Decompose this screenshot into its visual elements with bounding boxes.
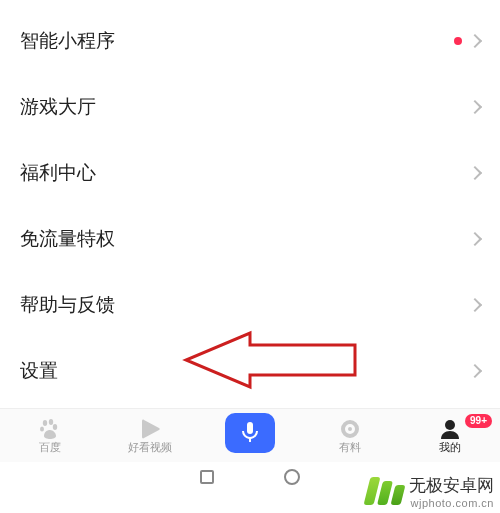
list-item-help-feedback[interactable]: 帮助与反馈 <box>20 272 480 338</box>
watermark-title: 无极安卓网 <box>409 474 494 497</box>
list-item-right <box>470 234 480 244</box>
tab-label: 我的 <box>439 442 461 453</box>
list-item-right <box>470 102 480 112</box>
svg-rect-4 <box>247 422 253 434</box>
bottom-tabbar: 百度 好看视频 有料 99+ 我的 <box>0 408 500 462</box>
list-item-right <box>470 168 480 178</box>
svg-point-6 <box>445 420 455 430</box>
svg-point-1 <box>49 419 53 425</box>
notification-dot-icon <box>454 37 462 45</box>
badge-count: 99+ <box>465 414 492 428</box>
tab-label: 好看视频 <box>128 442 172 453</box>
watermark: 无极安卓网 wjphoto.com.cn <box>367 473 494 509</box>
tab-voice-search[interactable] <box>200 419 300 453</box>
paw-icon <box>38 418 62 440</box>
play-icon <box>138 418 162 440</box>
list-item-label: 福利中心 <box>20 160 96 186</box>
mic-button[interactable] <box>225 413 275 453</box>
svg-point-5 <box>348 427 352 431</box>
person-icon <box>438 418 462 440</box>
tab-baidu[interactable]: 百度 <box>0 418 100 453</box>
list-item-settings[interactable]: 设置 <box>20 338 480 404</box>
tab-wode[interactable]: 99+ 我的 <box>400 418 500 453</box>
list-item-right <box>454 36 480 46</box>
list-item-label: 免流量特权 <box>20 226 115 252</box>
svg-point-0 <box>43 420 47 426</box>
tab-haokan[interactable]: 好看视频 <box>100 418 200 453</box>
svg-point-3 <box>53 424 57 430</box>
list-item-label: 游戏大厅 <box>20 94 96 120</box>
list-item-label: 帮助与反馈 <box>20 292 115 318</box>
list-item-game-center[interactable]: 游戏大厅 <box>20 74 480 140</box>
chevron-right-icon <box>468 166 482 180</box>
chevron-right-icon <box>468 232 482 246</box>
list-item-right <box>470 366 480 376</box>
chevron-right-icon <box>468 34 482 48</box>
chevron-right-icon <box>468 364 482 378</box>
chevron-right-icon <box>468 100 482 114</box>
tab-youliao[interactable]: 有料 <box>300 418 400 453</box>
list-item-label: 智能小程序 <box>20 28 115 54</box>
tab-label: 有料 <box>339 442 361 453</box>
watermark-logo-icon <box>367 473 403 509</box>
watermark-url: wjphoto.com.cn <box>409 497 494 509</box>
system-home-icon[interactable] <box>284 469 300 485</box>
list-item-right <box>470 300 480 310</box>
list-item-welfare-center[interactable]: 福利中心 <box>20 140 480 206</box>
svg-point-2 <box>40 426 44 431</box>
chevron-right-icon <box>468 298 482 312</box>
list-item-smart-miniapp[interactable]: 智能小程序 <box>20 8 480 74</box>
tab-label: 百度 <box>39 442 61 453</box>
system-recent-icon[interactable] <box>200 470 214 484</box>
list-item-data-free[interactable]: 免流量特权 <box>20 206 480 272</box>
disc-icon <box>338 418 362 440</box>
list-item-label: 设置 <box>20 358 58 384</box>
mic-icon <box>241 421 259 445</box>
settings-list: 智能小程序 游戏大厅 福利中心 免流量特权 帮助与反馈 设置 <box>0 0 500 404</box>
